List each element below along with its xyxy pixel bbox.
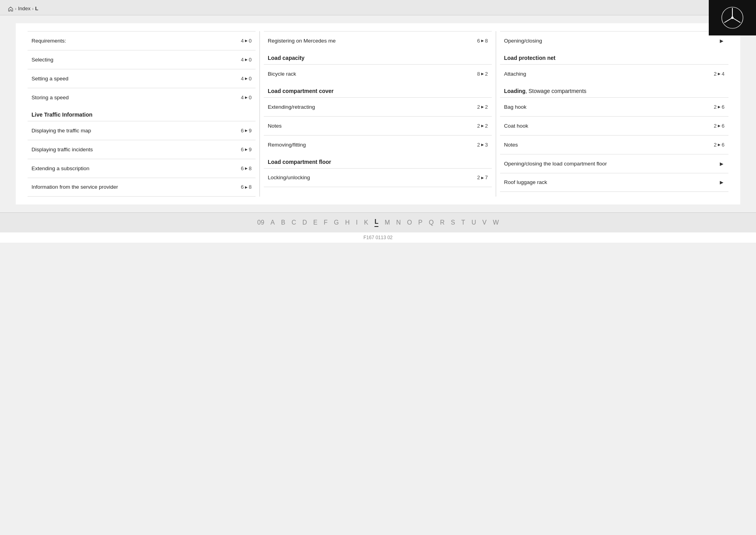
section-heading: Live Traffic Information <box>32 107 256 121</box>
row-label: Storing a speed <box>32 95 241 100</box>
alpha-item-N[interactable]: N <box>396 219 401 226</box>
table-row[interactable]: Opening/closing► <box>500 31 728 50</box>
home-icon[interactable] <box>8 6 13 12</box>
row-page: 4►0 <box>241 57 252 63</box>
alpha-item-U[interactable]: U <box>471 219 476 226</box>
row-page: ► <box>719 160 724 167</box>
alpha-item-P[interactable]: P <box>418 219 422 226</box>
page-arrow-icon: ► <box>480 104 485 109</box>
row-page: 2►6 <box>714 123 724 129</box>
row-label: Extending a subscription <box>32 165 241 171</box>
row-page: 4►0 <box>241 95 252 100</box>
row-label: Requirements: <box>32 38 241 44</box>
row-label: Bicycle rack <box>268 71 477 77</box>
row-page: 2►3 <box>477 142 488 148</box>
page-arrow-icon: ► <box>244 166 248 171</box>
row-page: ► <box>719 179 724 186</box>
row-label: Setting a speed <box>32 76 241 82</box>
section-heading-combo: Loading, Stowage compartments <box>500 83 728 97</box>
table-row[interactable]: Displaying traffic incidents6►9 <box>28 140 256 159</box>
table-row[interactable]: Requirements:4►0 <box>28 31 256 50</box>
page-arrow-icon: ► <box>244 185 248 189</box>
alpha-item-T[interactable]: T <box>461 219 465 226</box>
page-arrow-icon: ► <box>717 123 721 128</box>
table-row[interactable]: Extending a subscription6►8 <box>28 159 256 178</box>
table-row[interactable]: Setting a speed4►0 <box>28 69 256 88</box>
page-arrow-icon: ► <box>717 142 721 147</box>
row-label: Displaying traffic incidents <box>32 147 241 152</box>
row-label: Extending/retracting <box>268 104 477 110</box>
row-page: 6►8 <box>241 184 252 190</box>
alpha-item-L[interactable]: L <box>374 218 378 227</box>
column-0: Requirements:4►0Selecting4►0Setting a sp… <box>24 31 260 197</box>
alpha-item-V[interactable]: V <box>482 219 487 226</box>
section-heading: Load compartment cover <box>268 83 492 97</box>
column-1: Registering on Mercedes me6►8Load capaci… <box>260 31 496 197</box>
page-arrow-icon: ► <box>480 142 485 147</box>
row-label: Information from the service provider <box>32 184 241 190</box>
table-row[interactable]: Roof luggage rack► <box>500 173 728 192</box>
breadcrumb: › Index › L <box>8 6 748 12</box>
row-label: Coat hook <box>504 123 714 129</box>
row-label: Notes <box>268 123 477 129</box>
breadcrumb-sep-1: › <box>15 6 17 11</box>
alpha-item-Q[interactable]: Q <box>429 219 434 226</box>
table-row[interactable]: Coat hook2►6 <box>500 116 728 135</box>
row-page: 2►6 <box>714 104 724 110</box>
alpha-item-H[interactable]: H <box>345 219 350 226</box>
page-arrow-icon: ► <box>244 95 248 100</box>
table-row[interactable]: Notes2►6 <box>500 135 728 154</box>
page-arrow-icon: ► <box>244 76 248 81</box>
alpha-item-D[interactable]: D <box>302 219 307 226</box>
footer-ref: F167 0113 02 <box>0 232 756 243</box>
table-row[interactable]: Extending/retracting2►2 <box>264 97 492 116</box>
row-page: 2►2 <box>477 123 488 129</box>
alpha-item-C[interactable]: C <box>291 219 296 226</box>
table-row[interactable]: Bicycle rack8►2 <box>264 64 492 83</box>
row-page: 6►8 <box>241 165 252 171</box>
row-page: 6►9 <box>241 128 252 134</box>
page-arrow-icon: ► <box>717 71 721 76</box>
page-arrow-icon: ► <box>717 104 721 109</box>
table-row[interactable]: Locking/unlocking2►7 <box>264 168 492 187</box>
table-row[interactable]: Notes2►2 <box>264 116 492 135</box>
row-label: Opening/closing <box>504 38 719 44</box>
alpha-item-E[interactable]: E <box>313 219 318 226</box>
row-label: Notes <box>504 142 714 148</box>
alpha-item-B[interactable]: B <box>281 219 285 226</box>
alpha-item-R[interactable]: R <box>440 219 445 226</box>
row-label: Removing/fitting <box>268 142 477 148</box>
alpha-item-S[interactable]: S <box>451 219 455 226</box>
row-page: 4►0 <box>241 38 252 44</box>
breadcrumb-index[interactable]: Index <box>18 6 31 11</box>
table-row[interactable]: Storing a speed4►0 <box>28 88 256 107</box>
alpha-item-M[interactable]: M <box>385 219 390 226</box>
alpha-item-A[interactable]: A <box>271 219 275 226</box>
alphabet-bar: 09ABCDEFGHIKLMNOPQRSTUVW <box>0 212 756 232</box>
row-label: Locking/unlocking <box>268 175 477 180</box>
alpha-item-G[interactable]: G <box>334 219 339 226</box>
breadcrumb-sep-2: › <box>32 6 33 11</box>
alpha-item-W[interactable]: W <box>493 219 499 226</box>
row-label: Opening/closing the load compartment flo… <box>504 161 719 167</box>
alpha-item-K[interactable]: K <box>364 219 368 226</box>
table-row[interactable]: Bag hook2►6 <box>500 97 728 116</box>
section-heading: Load compartment floor <box>268 154 492 168</box>
page-arrow-icon: ► <box>480 71 485 76</box>
alpha-item-O[interactable]: O <box>407 219 412 226</box>
row-page: 4►0 <box>241 76 252 82</box>
table-row[interactable]: Removing/fitting2►3 <box>264 135 492 154</box>
table-row[interactable]: Attaching2►4 <box>500 64 728 83</box>
table-row[interactable]: Information from the service provider6►8 <box>28 178 256 197</box>
alpha-item-F[interactable]: F <box>324 219 328 226</box>
page-arrow-icon: ► <box>719 37 724 44</box>
column-2: Opening/closing►Load protection netAttac… <box>496 31 732 197</box>
mercedes-logo <box>709 0 756 35</box>
table-row[interactable]: Registering on Mercedes me6►8 <box>264 31 492 50</box>
table-row[interactable]: Displaying the traffic map6►9 <box>28 121 256 140</box>
alpha-item-I[interactable]: I <box>356 219 358 226</box>
alpha-item-09[interactable]: 09 <box>257 219 264 226</box>
table-row[interactable]: Selecting4►0 <box>28 50 256 69</box>
section-heading: Load capacity <box>268 50 492 64</box>
table-row[interactable]: Opening/closing the load compartment flo… <box>500 154 728 173</box>
